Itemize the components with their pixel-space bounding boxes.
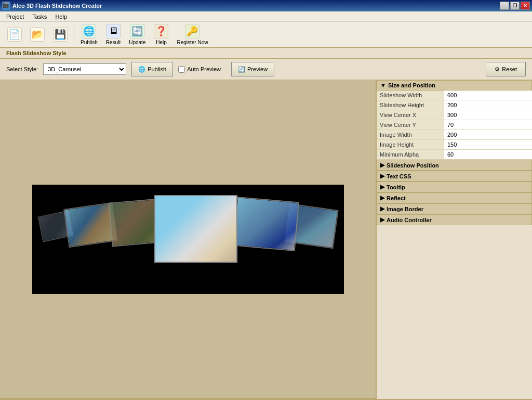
publish-main-label: Publish <box>148 66 166 72</box>
style-bar-label: Flash Slideshow Style <box>6 50 66 56</box>
auto-preview-text: Auto Preview <box>187 66 221 72</box>
property-row: View Center X 300 <box>377 110 532 120</box>
result-icon: 🖥 <box>106 24 121 38</box>
preview-button[interactable]: 🔄 Preview <box>231 62 274 76</box>
save-button[interactable]: 💾 <box>50 25 71 43</box>
update-button[interactable]: 🔄 Update <box>126 22 149 47</box>
result-label: Result <box>106 40 121 45</box>
new-button[interactable]: 📄 <box>4 25 25 43</box>
property-row: Image Width 200 <box>377 130 532 140</box>
prop-label: Image Width <box>377 130 444 139</box>
controls-row: Select Style: 3D_Carousel 🌐 Publish Auto… <box>0 59 532 80</box>
main-area: ▼ Size and Position Slideshow Width 600 … <box>0 80 532 399</box>
publish-icon: 🌐 <box>82 24 96 38</box>
prop-rows: Slideshow Width 600 Slideshow Height 200… <box>377 91 532 160</box>
new-icon: 📄 <box>7 27 22 42</box>
menu-bar: Project Tasks Help <box>0 11 532 22</box>
minimize-btn[interactable]: ─ <box>500 2 509 10</box>
prop-value: 200 <box>444 100 532 110</box>
preview-icon: 🔄 <box>238 66 245 73</box>
prop-value: 70 <box>444 120 532 130</box>
menu-help[interactable]: Help <box>51 12 71 21</box>
text-css-section[interactable]: ▶ Text CSS <box>377 171 532 182</box>
expand-icon-7: ▶ <box>380 216 384 223</box>
open-icon: 📂 <box>30 27 45 42</box>
preview-label: Preview <box>247 66 268 72</box>
image-border-label: Image Border <box>387 206 423 212</box>
expand-icon-5: ▶ <box>380 195 384 201</box>
title-bar: 🎬 Aleo 3D Flash Slideshow Creator ─ ❐ ✕ <box>0 0 532 11</box>
update-icon: 🔄 <box>130 24 144 38</box>
prop-value: 600 <box>444 91 532 100</box>
style-bar: Flash Slideshow Style <box>0 48 532 59</box>
help-label: Help <box>156 40 167 45</box>
prop-label: Image Height <box>377 140 444 149</box>
slideshow-preview <box>32 185 344 294</box>
expand-icon-3: ▶ <box>380 173 384 179</box>
prop-label: View Center X <box>377 110 444 120</box>
reset-button[interactable]: ⚙ Reset <box>486 62 526 76</box>
help-icon: ❓ <box>154 24 168 38</box>
prop-value: 150 <box>444 140 532 149</box>
publish-toolbar-button[interactable]: 🌐 Publish <box>77 22 101 47</box>
properties-panel: ▼ Size and Position Slideshow Width 600 … <box>376 80 532 399</box>
auto-preview-label[interactable]: Auto Preview <box>178 66 221 73</box>
reflect-label: Reflect <box>387 195 406 201</box>
img-opera <box>155 196 236 262</box>
prop-label: Minimum Alpha <box>377 150 444 159</box>
property-row: View Center Y 70 <box>377 120 532 130</box>
app-icon: 🎬 <box>2 2 10 10</box>
auto-preview-checkbox[interactable] <box>178 66 185 73</box>
carousel-img-4 <box>233 196 299 251</box>
size-position-section[interactable]: ▼ Size and Position <box>377 80 532 91</box>
publish-main-button[interactable]: 🌐 Publish <box>131 62 173 76</box>
restore-btn[interactable]: ❐ <box>510 2 520 10</box>
tooltip-label: Tooltip <box>387 184 405 190</box>
menu-tasks[interactable]: Tasks <box>28 12 51 21</box>
prop-label: Slideshow Width <box>377 91 444 100</box>
prop-value: 60 <box>444 150 532 159</box>
register-button[interactable]: 🔑 Register Now <box>174 22 211 47</box>
expand-icon-6: ▶ <box>380 205 384 212</box>
register-icon: 🔑 <box>185 24 200 38</box>
property-row: Slideshow Width 600 <box>377 91 532 100</box>
result-button[interactable]: 🖥 Result <box>103 22 124 47</box>
expand-icon-4: ▶ <box>380 184 384 190</box>
update-label: Update <box>129 40 145 45</box>
text-css-label: Text CSS <box>387 173 411 179</box>
app-title: Aleo 3D Flash Slideshow Creator <box>12 3 102 9</box>
register-label: Register Now <box>177 40 208 45</box>
close-btn[interactable]: ✕ <box>521 2 530 10</box>
toolbar: 📄 📂 💾 🌐 Publish 🖥 Result 🔄 Update ❓ Help… <box>0 22 532 48</box>
expand-icon-2: ▶ <box>380 162 384 169</box>
audio-controller-section[interactable]: ▶ Audio Controller <box>377 214 532 225</box>
carousel-img-center <box>154 195 237 263</box>
reset-icon: ⚙ <box>495 66 500 73</box>
prop-value: 300 <box>444 110 532 120</box>
audio-controller-label: Audio Controller <box>387 217 432 223</box>
help-button[interactable]: ❓ Help <box>151 22 171 47</box>
slideshow-position-section[interactable]: ▶ Slideshow Position <box>377 160 532 171</box>
prop-label: View Center Y <box>377 120 444 130</box>
slideshow-position-label: Slideshow Position <box>387 162 439 169</box>
preview-panel <box>0 80 376 399</box>
property-row: Image Height 150 <box>377 140 532 150</box>
reflect-section[interactable]: ▶ Reflect <box>377 192 532 203</box>
publish-main-icon: 🌐 <box>138 66 145 73</box>
property-row: Minimum Alpha 60 <box>377 150 532 160</box>
property-row: Slideshow Height 200 <box>377 100 532 110</box>
reset-label: Reset <box>502 66 517 72</box>
image-border-section[interactable]: ▶ Image Border <box>377 203 532 214</box>
title-bar-controls: ─ ❐ ✕ <box>500 2 530 10</box>
menu-project[interactable]: Project <box>2 12 28 21</box>
expand-icon: ▼ <box>380 82 386 88</box>
section-title: Size and Position <box>388 82 435 88</box>
save-icon: 💾 <box>53 27 68 42</box>
prop-value: 200 <box>444 130 532 139</box>
prop-label: Slideshow Height <box>377 100 444 110</box>
open-button[interactable]: 📂 <box>27 25 48 43</box>
sep1 <box>74 25 74 44</box>
tooltip-section[interactable]: ▶ Tooltip <box>377 182 532 192</box>
select-style-label: Select Style: <box>6 66 38 72</box>
style-select[interactable]: 3D_Carousel <box>43 63 126 75</box>
